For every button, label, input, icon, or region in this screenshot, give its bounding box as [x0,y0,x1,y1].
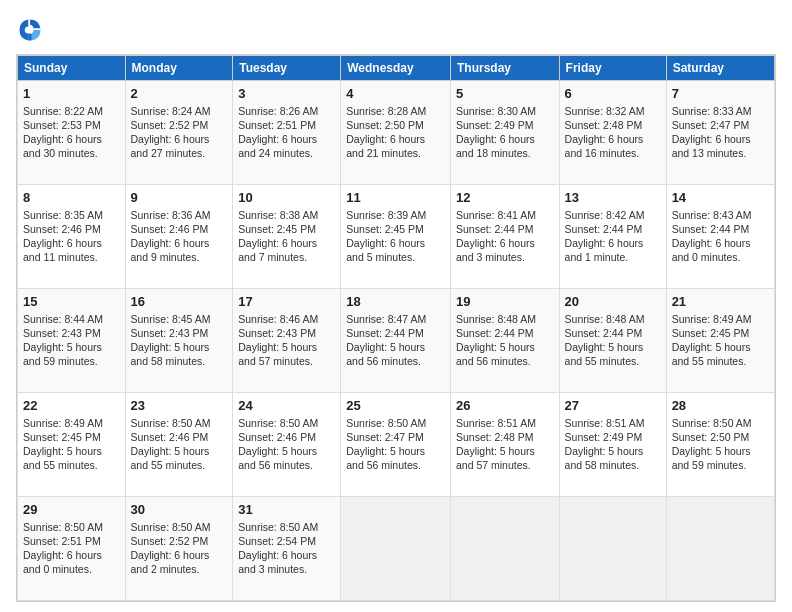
day-number: 21 [672,293,769,311]
calendar-week-2: 8Sunrise: 8:35 AMSunset: 2:46 PMDaylight… [18,185,775,289]
day-number: 23 [131,397,228,415]
calendar-cell: 29Sunrise: 8:50 AMSunset: 2:51 PMDayligh… [18,497,126,601]
day-info: Sunrise: 8:42 AMSunset: 2:44 PMDaylight:… [565,208,661,265]
day-info: Sunrise: 8:49 AMSunset: 2:45 PMDaylight:… [672,312,769,369]
day-info: Sunrise: 8:46 AMSunset: 2:43 PMDaylight:… [238,312,335,369]
weekday-saturday: Saturday [666,56,774,81]
calendar-cell: 9Sunrise: 8:36 AMSunset: 2:46 PMDaylight… [125,185,233,289]
calendar-cell: 26Sunrise: 8:51 AMSunset: 2:48 PMDayligh… [450,393,559,497]
day-info: Sunrise: 8:51 AMSunset: 2:49 PMDaylight:… [565,416,661,473]
day-number: 18 [346,293,445,311]
day-number: 11 [346,189,445,207]
day-number: 9 [131,189,228,207]
calendar-cell: 12Sunrise: 8:41 AMSunset: 2:44 PMDayligh… [450,185,559,289]
day-number: 12 [456,189,554,207]
calendar-cell: 18Sunrise: 8:47 AMSunset: 2:44 PMDayligh… [341,289,451,393]
calendar-cell: 8Sunrise: 8:35 AMSunset: 2:46 PMDaylight… [18,185,126,289]
page: SundayMondayTuesdayWednesdayThursdayFrid… [0,0,792,612]
calendar-cell: 30Sunrise: 8:50 AMSunset: 2:52 PMDayligh… [125,497,233,601]
calendar-cell: 16Sunrise: 8:45 AMSunset: 2:43 PMDayligh… [125,289,233,393]
day-number: 16 [131,293,228,311]
calendar-cell: 28Sunrise: 8:50 AMSunset: 2:50 PMDayligh… [666,393,774,497]
weekday-tuesday: Tuesday [233,56,341,81]
logo-icon [16,16,44,44]
calendar-cell: 10Sunrise: 8:38 AMSunset: 2:45 PMDayligh… [233,185,341,289]
day-info: Sunrise: 8:45 AMSunset: 2:43 PMDaylight:… [131,312,228,369]
weekday-sunday: Sunday [18,56,126,81]
day-info: Sunrise: 8:22 AMSunset: 2:53 PMDaylight:… [23,104,120,161]
calendar-week-5: 29Sunrise: 8:50 AMSunset: 2:51 PMDayligh… [18,497,775,601]
calendar-cell: 17Sunrise: 8:46 AMSunset: 2:43 PMDayligh… [233,289,341,393]
day-number: 14 [672,189,769,207]
day-number: 17 [238,293,335,311]
calendar-cell: 3Sunrise: 8:26 AMSunset: 2:51 PMDaylight… [233,81,341,185]
calendar-cell: 6Sunrise: 8:32 AMSunset: 2:48 PMDaylight… [559,81,666,185]
day-info: Sunrise: 8:26 AMSunset: 2:51 PMDaylight:… [238,104,335,161]
day-info: Sunrise: 8:50 AMSunset: 2:46 PMDaylight:… [238,416,335,473]
calendar-cell [341,497,451,601]
calendar-cell: 23Sunrise: 8:50 AMSunset: 2:46 PMDayligh… [125,393,233,497]
day-number: 6 [565,85,661,103]
day-number: 15 [23,293,120,311]
day-number: 2 [131,85,228,103]
day-number: 27 [565,397,661,415]
weekday-header: SundayMondayTuesdayWednesdayThursdayFrid… [18,56,775,81]
calendar-cell: 31Sunrise: 8:50 AMSunset: 2:54 PMDayligh… [233,497,341,601]
weekday-monday: Monday [125,56,233,81]
day-number: 28 [672,397,769,415]
calendar-week-1: 1Sunrise: 8:22 AMSunset: 2:53 PMDaylight… [18,81,775,185]
day-info: Sunrise: 8:50 AMSunset: 2:50 PMDaylight:… [672,416,769,473]
logo [16,16,48,44]
day-info: Sunrise: 8:35 AMSunset: 2:46 PMDaylight:… [23,208,120,265]
day-number: 8 [23,189,120,207]
day-info: Sunrise: 8:36 AMSunset: 2:46 PMDaylight:… [131,208,228,265]
day-info: Sunrise: 8:32 AMSunset: 2:48 PMDaylight:… [565,104,661,161]
calendar-cell: 4Sunrise: 8:28 AMSunset: 2:50 PMDaylight… [341,81,451,185]
calendar-week-4: 22Sunrise: 8:49 AMSunset: 2:45 PMDayligh… [18,393,775,497]
day-number: 3 [238,85,335,103]
day-info: Sunrise: 8:28 AMSunset: 2:50 PMDaylight:… [346,104,445,161]
day-info: Sunrise: 8:49 AMSunset: 2:45 PMDaylight:… [23,416,120,473]
day-number: 26 [456,397,554,415]
day-number: 1 [23,85,120,103]
day-number: 29 [23,501,120,519]
day-number: 30 [131,501,228,519]
day-info: Sunrise: 8:38 AMSunset: 2:45 PMDaylight:… [238,208,335,265]
calendar: SundayMondayTuesdayWednesdayThursdayFrid… [16,54,776,602]
calendar-cell: 1Sunrise: 8:22 AMSunset: 2:53 PMDaylight… [18,81,126,185]
day-info: Sunrise: 8:48 AMSunset: 2:44 PMDaylight:… [456,312,554,369]
day-number: 22 [23,397,120,415]
day-info: Sunrise: 8:47 AMSunset: 2:44 PMDaylight:… [346,312,445,369]
day-info: Sunrise: 8:41 AMSunset: 2:44 PMDaylight:… [456,208,554,265]
day-number: 7 [672,85,769,103]
calendar-cell: 22Sunrise: 8:49 AMSunset: 2:45 PMDayligh… [18,393,126,497]
day-info: Sunrise: 8:33 AMSunset: 2:47 PMDaylight:… [672,104,769,161]
day-info: Sunrise: 8:24 AMSunset: 2:52 PMDaylight:… [131,104,228,161]
day-number: 10 [238,189,335,207]
day-number: 20 [565,293,661,311]
day-info: Sunrise: 8:50 AMSunset: 2:52 PMDaylight:… [131,520,228,577]
calendar-body: 1Sunrise: 8:22 AMSunset: 2:53 PMDaylight… [18,81,775,601]
day-info: Sunrise: 8:50 AMSunset: 2:47 PMDaylight:… [346,416,445,473]
day-info: Sunrise: 8:48 AMSunset: 2:44 PMDaylight:… [565,312,661,369]
calendar-cell: 19Sunrise: 8:48 AMSunset: 2:44 PMDayligh… [450,289,559,393]
day-info: Sunrise: 8:44 AMSunset: 2:43 PMDaylight:… [23,312,120,369]
calendar-cell: 15Sunrise: 8:44 AMSunset: 2:43 PMDayligh… [18,289,126,393]
day-number: 5 [456,85,554,103]
day-number: 31 [238,501,335,519]
calendar-cell: 2Sunrise: 8:24 AMSunset: 2:52 PMDaylight… [125,81,233,185]
weekday-wednesday: Wednesday [341,56,451,81]
day-number: 25 [346,397,445,415]
calendar-cell: 20Sunrise: 8:48 AMSunset: 2:44 PMDayligh… [559,289,666,393]
calendar-cell: 27Sunrise: 8:51 AMSunset: 2:49 PMDayligh… [559,393,666,497]
calendar-cell: 21Sunrise: 8:49 AMSunset: 2:45 PMDayligh… [666,289,774,393]
calendar-cell: 5Sunrise: 8:30 AMSunset: 2:49 PMDaylight… [450,81,559,185]
calendar-cell: 13Sunrise: 8:42 AMSunset: 2:44 PMDayligh… [559,185,666,289]
calendar-cell: 7Sunrise: 8:33 AMSunset: 2:47 PMDaylight… [666,81,774,185]
calendar-cell: 24Sunrise: 8:50 AMSunset: 2:46 PMDayligh… [233,393,341,497]
calendar-cell: 25Sunrise: 8:50 AMSunset: 2:47 PMDayligh… [341,393,451,497]
header [16,16,776,44]
day-number: 24 [238,397,335,415]
weekday-thursday: Thursday [450,56,559,81]
calendar-cell [666,497,774,601]
